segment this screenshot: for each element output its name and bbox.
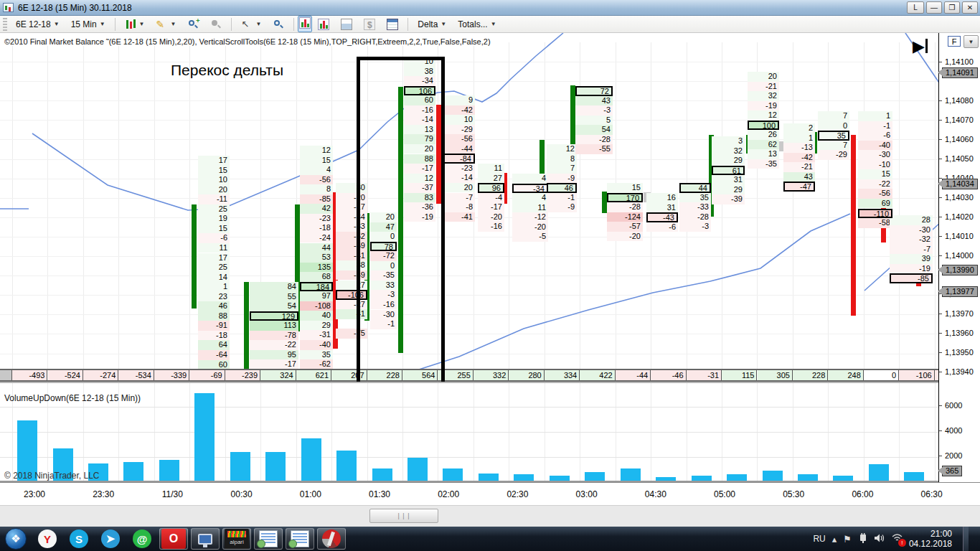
taskbar-item-ninjatrader-chart-1[interactable]	[254, 528, 283, 550]
f-button[interactable]: F	[948, 36, 961, 47]
footprint-cell: 84	[250, 282, 298, 292]
footprint-cell: -20	[512, 222, 548, 232]
footprint-cell: -44	[443, 144, 475, 154]
taskbar-item-skype[interactable]: S	[65, 528, 93, 550]
volume-bar	[265, 452, 286, 481]
interval-dropdown[interactable]: 15 Min▼	[66, 17, 110, 32]
footprint-cell: 69	[858, 199, 892, 209]
footprint-cell: 1	[198, 282, 230, 292]
footprint-cell: -29	[443, 125, 475, 135]
taskbar-item-opera[interactable]: O	[159, 528, 188, 550]
axis-dropdown-button[interactable]: ▼	[963, 35, 979, 48]
volume-panel[interactable]: VolumeUpDown(6E 12-18 (15 Min)) © 2018 N…	[0, 382, 938, 482]
taskbar-item-yandex[interactable]: Y	[33, 528, 62, 550]
bars-chart-icon	[299, 17, 311, 29]
yandex-icon: Y	[38, 529, 57, 548]
price-label: 1,14000	[945, 251, 974, 260]
footprint-cell: -24	[300, 233, 333, 243]
delta-total-cell: -524	[48, 370, 83, 380]
footprint-cell: -3	[679, 222, 711, 232]
footprint-cell: -57	[607, 222, 643, 232]
taskbar-item-start[interactable]: ❖	[1, 528, 30, 550]
network-status-icon[interactable]: !	[892, 533, 903, 545]
taskbar-item-ninjatrader-app[interactable]	[317, 528, 346, 550]
time-axis[interactable]: 23:0023:3011/3000:3001:0001:3002:0002:30…	[0, 482, 980, 505]
magnifier-icon	[273, 19, 284, 30]
horizontal-scrollbar[interactable]: | | |	[0, 505, 980, 527]
drawing-tools-button[interactable]: ✎▼	[151, 17, 182, 32]
power-plug-icon[interactable]	[858, 533, 868, 545]
close-button[interactable]: ✕	[962, 1, 978, 14]
title-bar[interactable]: 6E 12-18 (15 Min) 30.11.2018 L — ❐ ✕	[0, 0, 980, 16]
footprint-cell: -9	[547, 202, 577, 212]
instrument-dropdown[interactable]: 6E 12-18▼	[11, 17, 65, 32]
time-label: 06:00	[852, 489, 873, 499]
footprint-cell: 12	[748, 110, 779, 121]
zoom-out-button[interactable]	[205, 17, 227, 32]
scrollbar-thumb[interactable]: | | |	[369, 509, 438, 523]
footprint-cell: 7	[818, 111, 849, 121]
telegram-icon: ➤	[101, 529, 120, 548]
taskbar-item-ninjatrader-chart-2[interactable]	[286, 528, 314, 550]
taskbar-item-telegram[interactable]: ➤	[96, 528, 125, 550]
footprint-cell: -124	[607, 212, 643, 222]
bars-view-button[interactable]	[313, 17, 334, 32]
price-label: 1,14020	[945, 212, 974, 221]
delta-total-cell: 422	[580, 370, 615, 380]
restore-button[interactable]: ❐	[944, 1, 960, 14]
volume-bar	[336, 451, 357, 481]
totals-dropdown[interactable]: Totals...▼	[453, 17, 501, 32]
zoom-in-button[interactable]: +	[182, 17, 204, 32]
footprint-cell: 44	[679, 183, 711, 193]
data-box-button[interactable]	[268, 17, 289, 32]
footprint-chart[interactable]: ©2010 Final Market Balance ˜(6E 12-18 (1…	[0, 33, 938, 382]
footprint-cell: 40	[300, 311, 333, 321]
action-center-flag-icon[interactable]: ⚑	[843, 534, 852, 545]
toolbar-separator	[407, 18, 408, 31]
footprint-cell: -40	[858, 141, 892, 151]
cursor-button[interactable]: ↖▼	[236, 17, 266, 32]
language-indicator[interactable]: RU	[813, 534, 825, 544]
footprint-cell: -6	[858, 131, 892, 141]
zoom-out-icon	[210, 19, 222, 30]
time-label: 02:00	[438, 489, 459, 499]
show-desktop-button[interactable]	[963, 527, 969, 551]
delta-dropdown[interactable]: Delta▼	[413, 17, 451, 32]
time-label: 01:00	[300, 489, 321, 499]
footprint-cell: 20	[443, 183, 475, 193]
gridline-horizontal	[0, 457, 938, 458]
l-button[interactable]: L	[907, 1, 924, 14]
speaker-icon[interactable]	[875, 533, 885, 545]
delta-total-cell: 305	[758, 370, 793, 380]
footprint-cell: 42	[300, 204, 333, 214]
grid-view-button[interactable]	[382, 17, 403, 32]
taskbar-item-alpari[interactable]: alpari	[222, 528, 251, 550]
footprint-cell: -41	[443, 212, 475, 222]
footprint-cell: 17	[198, 253, 230, 263]
footprint-cell: -28	[575, 135, 613, 145]
minimize-button[interactable]: —	[926, 1, 942, 14]
price-label: 1,14050	[945, 154, 974, 163]
chart-style-button[interactable]: ▼	[120, 17, 150, 32]
price-label: 1,13940	[945, 367, 974, 376]
scroll-to-end-icon[interactable]: ▶	[913, 39, 928, 55]
footprint-cell: -47	[783, 182, 815, 192]
volume-bar	[833, 476, 853, 481]
toolbar-grip[interactable]	[3, 18, 7, 31]
footprint-cell: -7	[443, 193, 475, 203]
price-tick	[939, 333, 942, 334]
taskbar-clock[interactable]: 21:0004.12.2018	[909, 529, 952, 549]
footprint-cell: -56	[858, 189, 892, 199]
zoom-in-icon: +	[187, 19, 199, 30]
currency-button[interactable]: $	[359, 17, 380, 32]
area-view-button[interactable]	[336, 17, 357, 32]
footprint-cell: -85	[890, 273, 933, 283]
price-tag: 1,14034	[942, 179, 978, 189]
network-error-badge: !	[898, 539, 906, 547]
tray-expand-icon[interactable]: ▴	[832, 534, 837, 545]
footprint-view-button[interactable]	[298, 16, 312, 32]
taskbar-item-remote-desktop[interactable]	[191, 528, 220, 550]
price-axis[interactable]: F ▼ 1,141001,140801,140701,140601,140501…	[938, 33, 980, 505]
taskbar-item-mailru[interactable]: @	[128, 528, 156, 550]
footprint-cell: -19	[748, 101, 779, 111]
